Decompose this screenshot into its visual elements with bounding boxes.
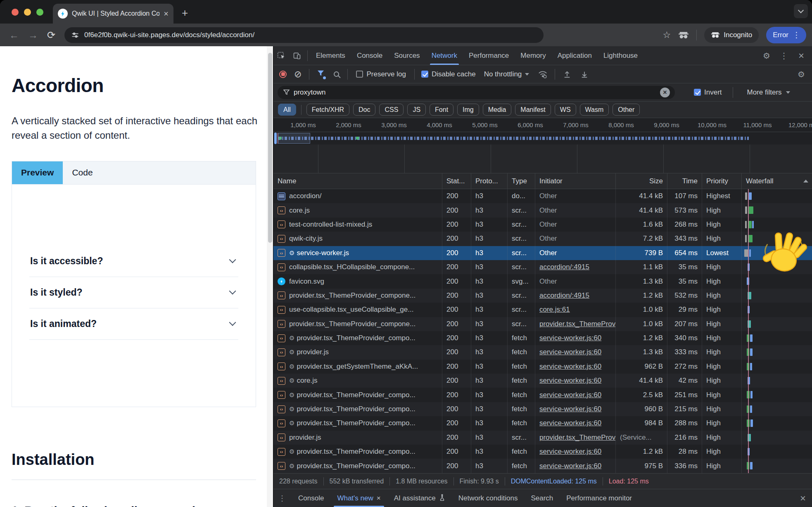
request-row[interactable]: ‹›provider.tsx_ThemeProvider_compone...2… — [273, 317, 812, 331]
column-header-waterfall[interactable]: Waterfall — [742, 173, 812, 189]
initiator-link[interactable]: service-worker.js:60 — [539, 348, 601, 356]
devtools-settings-icon[interactable]: ⚙ — [759, 49, 774, 63]
filter-value[interactable]: proxytown — [294, 88, 325, 97]
filter-chip-doc[interactable]: Doc — [353, 104, 375, 116]
zoom-window-button[interactable] — [36, 9, 43, 16]
filter-chip-fetchxhr[interactable]: Fetch/XHR — [306, 104, 349, 116]
request-row[interactable]: ‹›⚙provider.tsx_ThemeProvider_compo...20… — [273, 459, 812, 473]
preserve-log-checkbox[interactable]: Preserve log — [356, 70, 406, 78]
clear-filter-icon[interactable]: × — [660, 88, 670, 97]
devtools-tab-sources[interactable]: Sources — [388, 46, 425, 65]
record-network-log-button[interactable] — [279, 71, 287, 78]
tab-search-button[interactable] — [794, 4, 808, 18]
request-row[interactable]: ‹›⚙provider.tsx_ThemeProvider_compo...20… — [273, 445, 812, 459]
filter-chip-other[interactable]: Other — [613, 104, 640, 116]
request-row[interactable]: favicon.svg200h3svg...Other1.3 kB35 msHi… — [273, 274, 812, 288]
initiator-link[interactable]: service-worker.js:60 — [539, 362, 601, 371]
filter-input[interactable]: proxytown — [278, 86, 675, 99]
initiator-link[interactable]: service-worker.js:60 — [539, 448, 601, 456]
devtools-tab-network[interactable]: Network — [426, 46, 463, 65]
browser-menu-kebab-icon[interactable]: ⋮ — [793, 30, 800, 40]
devtools-tab-console[interactable]: Console — [351, 46, 388, 65]
devtools-tab-performance[interactable]: Performance — [463, 46, 515, 65]
filter-chip-font[interactable]: Font — [430, 104, 453, 116]
back-button[interactable]: ← — [9, 29, 19, 41]
devtools-tab-lighthouse[interactable]: Lighthouse — [598, 46, 643, 65]
network-settings-gear-icon[interactable]: ⚙ — [793, 67, 809, 81]
filter-chip-ws[interactable]: WS — [555, 104, 576, 116]
timeline-selection-region[interactable] — [278, 133, 310, 144]
checkbox-checked-icon[interactable] — [694, 89, 701, 96]
filter-chip-js[interactable]: JS — [407, 104, 426, 116]
request-row[interactable]: ‹›collapsible.tsx_HCollapsible_compone..… — [273, 260, 812, 274]
filter-chip-wasm[interactable]: Wasm — [580, 104, 609, 116]
devtools-close-icon[interactable]: × — [793, 49, 809, 63]
drawer-tab-network-conditions[interactable]: Network conditions — [452, 489, 525, 507]
checkbox-unchecked-icon[interactable] — [356, 71, 363, 78]
clear-network-log-icon[interactable]: ⊘ — [294, 69, 302, 80]
column-header-proto[interactable]: Proto... — [471, 173, 508, 189]
invert-filter-checkbox[interactable]: Invert — [694, 88, 722, 97]
filter-chip-img[interactable]: Img — [457, 104, 479, 116]
request-row[interactable]: ‹›qwik-city.js200h3scr...Other7.2 kB343 … — [273, 232, 812, 246]
filter-funnel-icon[interactable] — [317, 70, 324, 78]
initiator-link[interactable]: service-worker.js:60 — [539, 405, 601, 413]
request-row[interactable]: ‹›⚙provider.js200h3fetchservice-worker.j… — [273, 345, 812, 359]
minimize-window-button[interactable] — [24, 9, 31, 16]
request-row[interactable]: ‹›provider.tsx_ThemeProvider_compone...2… — [273, 289, 812, 303]
inspect-element-icon[interactable] — [273, 49, 289, 63]
close-tab-icon[interactable]: × — [377, 494, 381, 502]
request-row[interactable]: ‹›⚙provider.tsx_getSystemTheme_aKkA...20… — [273, 360, 812, 374]
filter-chip-manifest[interactable]: Manifest — [515, 104, 551, 116]
devtools-tab-elements[interactable]: Elements — [310, 46, 351, 65]
accordion-item[interactable]: Is it animated? — [29, 308, 238, 340]
column-header-initiator[interactable]: Initiator — [535, 173, 616, 189]
drawer-tab-performance-monitor[interactable]: Performance monitor — [560, 489, 639, 507]
initiator-link[interactable]: accordion/:4915 — [539, 263, 589, 271]
throttling-dropdown[interactable]: No throttling — [484, 70, 529, 78]
initiator-link[interactable]: service-worker.js:60 — [539, 334, 601, 342]
request-row[interactable]: ‹›provider.js200h3scr...provider.tsx_The… — [273, 431, 812, 445]
column-header-time[interactable]: Time — [667, 173, 702, 189]
request-row[interactable]: accordion/200h3do...Other41.4 kB107 msHi… — [273, 189, 812, 203]
request-row[interactable]: ‹›test-controlled-list-mixed.js200h3scr.… — [273, 218, 812, 232]
incognito-icon[interactable] — [678, 31, 689, 39]
device-toolbar-icon[interactable] — [289, 49, 305, 63]
devtools-kebab-icon[interactable]: ⋮ — [776, 49, 792, 63]
reload-button[interactable]: ⟳ — [47, 29, 55, 41]
page-scrollbar-thumb[interactable] — [268, 53, 272, 243]
tab-close-icon[interactable]: × — [164, 9, 169, 18]
request-row[interactable]: ‹›⚙provider.tsx_ThemeProvider_compo...20… — [273, 388, 812, 402]
initiator-link[interactable]: service-worker.js:60 — [539, 391, 601, 399]
drawer-tab-what-s-new[interactable]: What's new× — [330, 489, 387, 507]
site-settings-icon[interactable] — [71, 31, 79, 39]
forward-button[interactable]: → — [28, 29, 38, 41]
initiator-link[interactable]: provider.tsx_ThemeProvider — [539, 320, 616, 328]
network-overview-timeline[interactable]: 1,000 ms2,000 ms3,000 ms4,000 ms5,000 ms… — [273, 118, 812, 173]
address-bar[interactable]: 0f6e2f0b.qwik-ui-site.pages.dev/docs/sty… — [64, 27, 544, 43]
request-row[interactable]: ‹›use-collapsible.tsx_useCollapsible_ge.… — [273, 303, 812, 317]
column-header-stat[interactable]: Stat... — [442, 173, 471, 189]
timeline-activity-band[interactable] — [273, 132, 812, 145]
request-row[interactable]: ‹›⚙service-worker.js200h3scr...Other739 … — [273, 246, 812, 260]
filter-chip-css[interactable]: CSS — [379, 104, 404, 116]
drawer-kebab-icon[interactable]: ⋮ — [273, 494, 292, 503]
accordion-item[interactable]: Is it accessible? — [29, 246, 238, 277]
macos-traffic-lights[interactable] — [12, 9, 43, 16]
column-header-priority[interactable]: Priority — [702, 173, 742, 189]
column-header-type[interactable]: Type — [508, 173, 535, 189]
export-har-icon[interactable] — [577, 67, 592, 81]
drawer-tab-search[interactable]: Search — [524, 489, 560, 507]
error-button[interactable]: Error ⋮ — [766, 27, 806, 43]
drawer-close-icon[interactable]: × — [800, 493, 812, 504]
request-row[interactable]: ‹›core.js200h3scr...Other41.4 kB573 msHi… — [273, 203, 812, 217]
search-network-icon[interactable] — [334, 71, 339, 77]
initiator-link[interactable]: service-worker.js:60 — [539, 462, 601, 470]
request-row[interactable]: ‹›⚙core.js200h3fetchservice-worker.js:60… — [273, 374, 812, 388]
request-row[interactable]: ‹›⚙provider.tsx_ThemeProvider_compo...20… — [273, 331, 812, 345]
accordion-item[interactable]: Is it styled? — [29, 277, 238, 308]
tab-preview[interactable]: Preview — [12, 161, 63, 184]
checkbox-checked-icon[interactable] — [421, 71, 428, 78]
close-window-button[interactable] — [12, 9, 19, 16]
bookmark-star-icon[interactable]: ☆ — [662, 30, 671, 40]
